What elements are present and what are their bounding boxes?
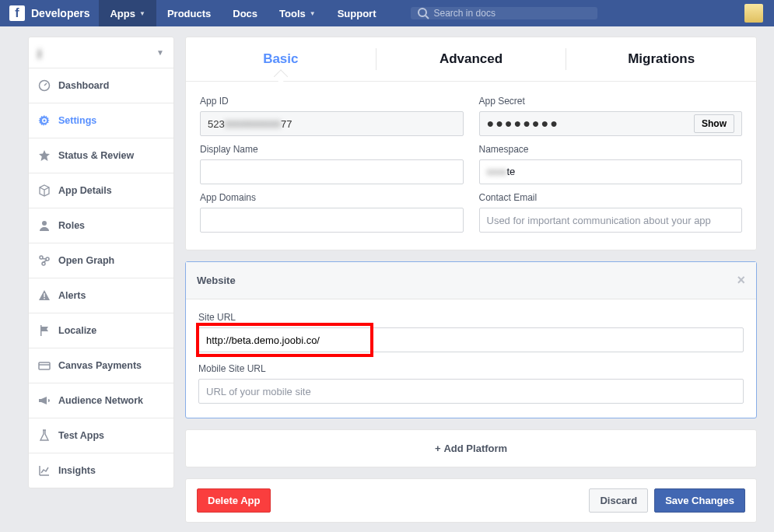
person-icon [38, 219, 51, 232]
app-id-value: 523000000000077 [200, 111, 464, 136]
website-platform-panel: Website × Site URL Mobile Site URL [185, 261, 757, 418]
app-secret-mask: ●●●●●●●● [487, 120, 559, 128]
contact-email-label: Contact Email [479, 192, 743, 203]
graph-icon [38, 254, 51, 267]
add-platform-button[interactable]: +Add Platform [185, 429, 757, 467]
add-platform-label: Add Platform [443, 443, 507, 454]
flag-icon [38, 324, 51, 337]
sidebar-label: Canvas Payments [58, 360, 142, 371]
app-secret-value: ●●●●●●●● Show [479, 111, 743, 136]
field-contact-email: Contact Email [479, 192, 743, 233]
sidebar-label: Test Apps [58, 430, 104, 441]
sidebar-item-dashboard[interactable]: Dashboard [29, 68, 173, 103]
field-display-name: Display Name [200, 144, 464, 184]
show-secret-button[interactable]: Show [694, 114, 734, 133]
nav-docs[interactable]: Docs [222, 0, 268, 26]
mobile-site-url-label: Mobile Site URL [198, 363, 744, 374]
brand-label: Developers [31, 7, 89, 19]
sidebar-item-open-graph[interactable]: Open Graph [29, 243, 173, 278]
main-content: Basic Advanced Migrations App ID 5230000… [185, 37, 757, 523]
svg-rect-7 [39, 362, 50, 369]
facebook-logo-icon: f [9, 5, 25, 21]
discard-button[interactable]: Discard [589, 488, 648, 513]
brand[interactable]: f Developers [0, 0, 99, 26]
nav-products-label: Products [167, 8, 211, 19]
svg-point-3 [42, 221, 47, 226]
delete-app-button[interactable]: Delete App [197, 488, 271, 513]
sidebar-label: App Details [58, 185, 112, 196]
website-panel-title: Website [197, 275, 236, 286]
nav-tools[interactable]: Tools ▼ [268, 0, 327, 26]
tab-basic[interactable]: Basic [186, 37, 376, 81]
settings-tabs: Basic Advanced Migrations [186, 37, 756, 82]
footer-actions: Delete App Discard Save Changes [185, 478, 757, 523]
sidebar-item-status-review[interactable]: Status & Review [29, 138, 173, 173]
star-icon [38, 149, 51, 162]
nav-products[interactable]: Products [156, 0, 222, 26]
sidebar-label: Open Graph [58, 255, 114, 266]
field-namespace: Namespace xxxxte [479, 144, 743, 184]
search-icon [417, 7, 429, 19]
namespace-input[interactable] [479, 159, 743, 184]
close-icon[interactable]: × [737, 272, 745, 289]
alert-icon [38, 289, 51, 302]
field-site-url: Site URL [198, 312, 744, 352]
display-name-input[interactable] [200, 159, 464, 184]
top-nav: f Developers Apps ▼ Products Docs Tools … [0, 0, 774, 26]
flask-icon [38, 429, 51, 442]
chevron-down-icon: ▼ [139, 10, 145, 17]
sidebar-item-roles[interactable]: Roles [29, 208, 173, 243]
sidebar-item-settings[interactable]: Settings [29, 103, 173, 138]
app-selector[interactable]: j ▼ [29, 37, 173, 68]
display-name-label: Display Name [200, 144, 464, 155]
sidebar-label: Settings [58, 115, 96, 126]
sidebar-item-audience-network[interactable]: Audience Network [29, 383, 173, 418]
sidebar-item-alerts[interactable]: Alerts [29, 278, 173, 313]
nav-docs-label: Docs [233, 8, 257, 19]
app-id-label: App ID [200, 96, 464, 107]
nav-apps[interactable]: Apps ▼ [99, 0, 156, 26]
sidebar-item-app-details[interactable]: App Details [29, 173, 173, 208]
field-mobile-site-url: Mobile Site URL [198, 363, 744, 404]
sidebar-label: Dashboard [58, 80, 109, 91]
app-name: j [38, 47, 41, 58]
nav-support[interactable]: Support [327, 0, 387, 26]
sidebar: j ▼ Dashboard Settings Status & Review A… [28, 37, 174, 523]
save-changes-button[interactable]: Save Changes [654, 488, 745, 513]
sidebar-label: Alerts [58, 290, 86, 301]
sidebar-item-canvas-payments[interactable]: Canvas Payments [29, 348, 173, 383]
nav-tools-label: Tools [279, 8, 306, 19]
cube-icon [38, 184, 51, 197]
mobile-site-url-input[interactable] [198, 379, 744, 404]
chevron-down-icon: ▼ [156, 48, 164, 57]
nav-apps-label: Apps [110, 8, 135, 19]
field-app-id: App ID 523000000000077 [200, 96, 464, 136]
svg-line-1 [426, 16, 429, 19]
tab-migrations[interactable]: Migrations [566, 37, 756, 81]
search-input[interactable] [434, 8, 591, 19]
sidebar-item-test-apps[interactable]: Test Apps [29, 418, 173, 453]
app-secret-label: App Secret [479, 96, 743, 107]
contact-email-input[interactable] [479, 208, 743, 233]
site-url-label: Site URL [198, 312, 744, 323]
search-box[interactable] [411, 7, 597, 19]
basic-settings-panel: Basic Advanced Migrations App ID 5230000… [185, 37, 757, 250]
app-domains-label: App Domains [200, 192, 464, 203]
tab-advanced[interactable]: Advanced [376, 37, 566, 81]
sidebar-label: Localize [58, 325, 96, 336]
tab-advanced-label: Advanced [440, 51, 503, 66]
sidebar-item-insights[interactable]: Insights [29, 453, 173, 488]
sidebar-label: Status & Review [58, 150, 134, 161]
namespace-label: Namespace [479, 144, 743, 155]
card-icon [38, 359, 51, 372]
gauge-icon [38, 79, 51, 92]
field-app-domains: App Domains [200, 192, 464, 233]
app-domains-input[interactable] [200, 208, 464, 233]
plus-icon: + [435, 443, 441, 454]
sidebar-label: Insights [58, 465, 96, 476]
megaphone-icon [38, 394, 51, 407]
site-url-input[interactable] [198, 327, 744, 352]
tab-basic-label: Basic [263, 51, 298, 66]
sidebar-item-localize[interactable]: Localize [29, 313, 173, 348]
avatar[interactable] [744, 4, 763, 23]
